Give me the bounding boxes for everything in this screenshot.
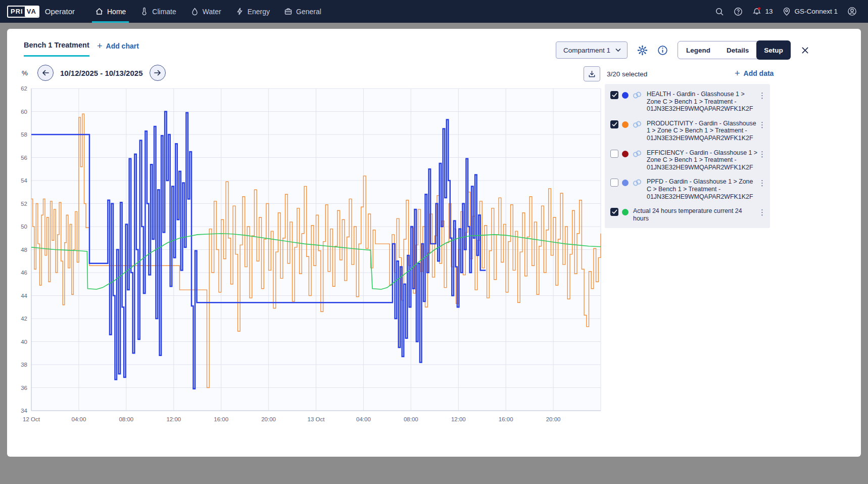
previous-period-button[interactable] [37, 65, 54, 81]
svg-text:48: 48 [21, 247, 27, 253]
svg-text:12:00: 12:00 [166, 416, 181, 422]
location-pin-icon [782, 7, 791, 16]
tab-details[interactable]: Details [718, 41, 757, 59]
series-label: PRODUCTIVITY - Gardin - Glasshouse 1 > Z… [647, 120, 758, 142]
help-icon[interactable] [734, 7, 743, 16]
series-color-dot [622, 92, 629, 99]
svg-text:12 Oct: 12 Oct [23, 416, 40, 422]
priva-logo-pri: PRI [8, 8, 25, 15]
svg-text:56: 56 [21, 155, 27, 161]
plus-icon: + [97, 42, 103, 50]
top-nav-bar: PRI VA Operator Home Climate Water Energ… [0, 0, 868, 23]
svg-text:62: 62 [21, 85, 27, 92]
series-checkbox[interactable] [610, 208, 618, 216]
date-navigation: % 10/12/2025 - 10/13/2025 [22, 65, 166, 81]
series-checkbox[interactable] [610, 91, 618, 99]
nav-item-general[interactable]: General [277, 0, 328, 23]
nav-item-home[interactable]: Home [88, 0, 133, 23]
y-axis-unit-label: % [22, 69, 28, 77]
svg-text:38: 38 [21, 362, 27, 368]
date-range-label: 10/12/2025 - 10/13/2025 [60, 69, 142, 77]
settings-gear-icon[interactable] [637, 45, 648, 56]
nav-item-climate[interactable]: Climate [133, 0, 183, 23]
series-menu-button[interactable]: ⋮ [758, 208, 766, 216]
series-label: HEALTH - Gardin - Glasshouse 1 > Zone C … [647, 91, 758, 113]
link-icon [631, 148, 643, 159]
series-menu-button[interactable]: ⋮ [758, 179, 766, 187]
next-period-button[interactable] [150, 65, 166, 81]
nav-item-energy[interactable]: Energy [228, 0, 277, 23]
selected-count-label: 3/20 selected [607, 70, 647, 78]
svg-text:60: 60 [21, 109, 27, 115]
link-icon [631, 119, 643, 129]
svg-text:54: 54 [21, 178, 27, 184]
series-label: EFFICIENCY - Gardin - Glasshouse 1 > Zon… [647, 149, 758, 171]
chevron-down-icon [615, 48, 621, 52]
account-icon[interactable] [847, 7, 857, 16]
svg-text:08:00: 08:00 [119, 416, 133, 422]
series-menu-button[interactable]: ⋮ [758, 121, 766, 128]
series-checkbox[interactable] [610, 179, 618, 187]
check-icon [612, 209, 617, 214]
series-menu-button[interactable]: ⋮ [758, 92, 766, 99]
app-window: { "topbar": { "logo_pri": "PRI", "logo_v… [0, 0, 868, 484]
add-chart-button[interactable]: + Add chart [97, 42, 139, 50]
download-icon [588, 70, 596, 78]
search-icon[interactable] [715, 7, 724, 16]
series-color-dot [622, 121, 629, 128]
series-color-dot [622, 209, 629, 215]
home-icon [95, 7, 104, 16]
topbar-right-cluster: 13 GS-Connext 1 [715, 7, 857, 16]
nav-item-water[interactable]: Water [183, 0, 228, 23]
product-name: Operator [45, 7, 75, 16]
main-nav: Home Climate Water Energy General [88, 0, 328, 23]
chart-canvas[interactable]: 34363840424446485052545658606212 Oct04:0… [20, 85, 606, 434]
arrow-left-icon [41, 68, 50, 77]
panel-header-controls: Compartment 1 Legend Details Setup [556, 41, 809, 59]
close-icon[interactable] [801, 47, 809, 54]
compartment-dropdown[interactable]: Compartment 1 [556, 41, 628, 59]
svg-text:13 Oct: 13 Oct [308, 416, 325, 422]
series-row-actual-temperature: Actual 24 hours temperature current 24 h… [605, 203, 770, 225]
svg-text:42: 42 [21, 316, 27, 322]
notifications-bell[interactable]: 13 [752, 7, 773, 16]
plus-icon: + [735, 70, 740, 77]
add-data-button[interactable]: + Add data [735, 69, 774, 77]
series-label: PPFD - Gardin - Glasshouse 1 > Zone C > … [647, 178, 758, 200]
arrow-right-icon [153, 68, 162, 77]
tab-legend[interactable]: Legend [678, 41, 718, 59]
svg-text:34: 34 [21, 408, 27, 414]
check-icon [612, 93, 617, 98]
site-selector[interactable]: GS-Connext 1 [782, 7, 838, 16]
droplet-icon [190, 7, 199, 16]
svg-text:04:00: 04:00 [356, 416, 371, 422]
series-checkbox[interactable] [610, 120, 618, 128]
view-mode-segmented-control: Legend Details Setup [678, 41, 791, 59]
site-label: GS-Connext 1 [794, 8, 838, 15]
chart-svg: 34363840424446485052545658606212 Oct04:0… [20, 85, 606, 434]
series-color-dot [622, 151, 629, 157]
series-row-productivity: PRODUCTIVITY - Gardin - Glasshouse 1 > Z… [605, 116, 770, 145]
svg-text:52: 52 [21, 201, 27, 207]
svg-text:04:00: 04:00 [72, 416, 86, 422]
nav-label: General [296, 8, 321, 16]
svg-text:16:00: 16:00 [499, 416, 513, 422]
priva-logo-va: VA [25, 6, 38, 17]
info-icon[interactable] [657, 45, 668, 56]
download-button[interactable] [584, 66, 600, 81]
series-checkbox[interactable] [610, 150, 618, 158]
tab-setup[interactable]: Setup [756, 40, 791, 60]
nav-label: Home [107, 8, 126, 16]
tab-bench-1-treatment[interactable]: Bench 1 Treatment [24, 41, 89, 57]
series-row-ppfd: PPFD - Gardin - Glasshouse 1 > Zone C > … [605, 174, 770, 203]
svg-text:16:00: 16:00 [214, 416, 228, 422]
thermometer-icon [140, 7, 149, 16]
svg-text:44: 44 [21, 293, 27, 299]
priva-logo[interactable]: PRI VA [7, 6, 39, 18]
svg-text:12:00: 12:00 [451, 416, 466, 422]
svg-text:40: 40 [21, 339, 27, 345]
link-icon [631, 178, 643, 188]
svg-text:50: 50 [21, 224, 27, 230]
series-menu-button[interactable]: ⋮ [758, 150, 766, 158]
nav-label: Climate [152, 8, 176, 16]
